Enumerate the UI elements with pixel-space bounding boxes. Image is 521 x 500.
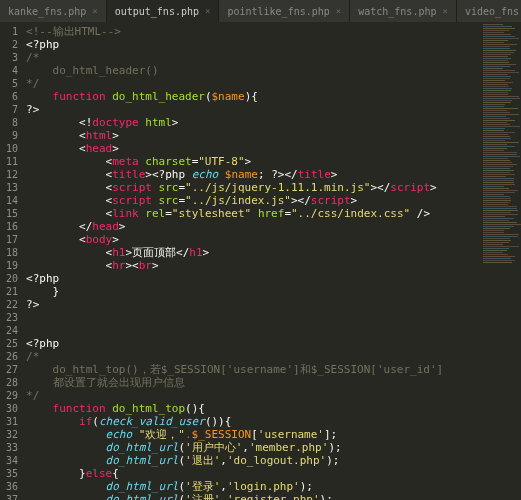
code-line[interactable]: function do_html_header($name){ — [26, 90, 481, 103]
minimap-line — [483, 60, 508, 61]
code-line[interactable]: 都设置了就会出现用户信息 — [26, 376, 481, 389]
close-icon[interactable]: × — [336, 6, 341, 16]
code-line[interactable]: function do_html_top(){ — [26, 402, 481, 415]
line-number: 7 — [6, 103, 18, 116]
minimap-line — [483, 40, 508, 41]
minimap[interactable] — [481, 22, 521, 500]
code-line[interactable]: do_html_url('退出','do_logout.php'); — [26, 454, 481, 467]
code-line[interactable]: */ — [26, 389, 481, 402]
minimap-line — [483, 30, 509, 31]
line-number: 6 — [6, 90, 18, 103]
code-line[interactable]: if(check_valid_user()){ — [26, 415, 481, 428]
code-line[interactable]: do_html_url('注册','register.php'); — [26, 493, 481, 500]
line-number: 31 — [6, 415, 18, 428]
code-line[interactable]: <?php — [26, 272, 481, 285]
minimap-line — [483, 172, 510, 173]
minimap-line — [483, 62, 509, 63]
tab-kanke_fns-php[interactable]: kanke_fns.php× — [0, 0, 107, 22]
code-line[interactable]: <link rel="stylesheet" href="../css/inde… — [26, 207, 481, 220]
code-line[interactable]: <!doctype html> — [26, 116, 481, 129]
minimap-line — [483, 246, 519, 247]
code-line[interactable]: ?> — [26, 103, 481, 116]
minimap-line — [483, 160, 510, 161]
tab-watch_fns-php[interactable]: watch_fns.php× — [350, 0, 457, 22]
code-line[interactable]: do_html_url('登录','login.php'); — [26, 480, 481, 493]
minimap-line — [483, 58, 511, 59]
code-line[interactable]: <h1>页面顶部</h1> — [26, 246, 481, 259]
code-line[interactable]: <body> — [26, 233, 481, 246]
line-number: 5 — [6, 77, 18, 90]
line-number: 34 — [6, 454, 18, 467]
code-line[interactable]: ?> — [26, 298, 481, 311]
minimap-line — [483, 144, 507, 145]
code-line[interactable]: do_html_url('用户中心','member.php'); — [26, 441, 481, 454]
line-number: 18 — [6, 246, 18, 259]
code-line[interactable]: <html> — [26, 129, 481, 142]
code-line[interactable]: }else{ — [26, 467, 481, 480]
minimap-line — [483, 150, 504, 151]
code-line[interactable]: <script src="../js/index.js"></script> — [26, 194, 481, 207]
tab-label: kanke_fns.php — [8, 6, 86, 17]
close-icon[interactable]: × — [442, 6, 447, 16]
code-line[interactable]: <?php — [26, 38, 481, 51]
close-icon[interactable]: × — [92, 6, 97, 16]
code-line[interactable]: */ — [26, 77, 481, 90]
code-line[interactable]: <?php — [26, 337, 481, 350]
minimap-line — [483, 124, 510, 125]
line-number: 37 — [6, 493, 18, 500]
code-area[interactable]: <!--输出HTML--><?php/* do_html_header()*/ … — [26, 22, 481, 500]
minimap-line — [483, 114, 519, 115]
tab-video_fns-php[interactable]: video_fns.php× — [457, 0, 521, 22]
minimap-line — [483, 194, 504, 195]
code-line[interactable]: <script src="../js/jquery-1.11.1.min.js"… — [26, 181, 481, 194]
line-number: 19 — [6, 259, 18, 272]
code-line[interactable] — [26, 311, 481, 324]
code-line[interactable] — [26, 324, 481, 337]
minimap-line — [483, 166, 513, 167]
minimap-line — [483, 222, 517, 223]
minimap-line — [483, 156, 520, 157]
code-line[interactable]: echo "欢迎，".$_SESSION['username']; — [26, 428, 481, 441]
minimap-line — [483, 86, 509, 87]
code-line[interactable]: </head> — [26, 220, 481, 233]
code-line[interactable]: <hr><br> — [26, 259, 481, 272]
close-icon[interactable]: × — [205, 6, 210, 16]
line-number: 9 — [6, 129, 18, 142]
minimap-line — [483, 224, 521, 225]
line-number: 26 — [6, 350, 18, 363]
minimap-line — [483, 182, 514, 183]
minimap-line — [483, 230, 504, 231]
tab-pointlike_fns-php[interactable]: pointlike_fns.php× — [219, 0, 350, 22]
line-number: 27 — [6, 363, 18, 376]
minimap-line — [483, 104, 505, 105]
minimap-line — [483, 116, 506, 117]
code-line[interactable]: do_html_top()，若$_SESSION['username']和$_S… — [26, 363, 481, 376]
minimap-line — [483, 74, 508, 75]
minimap-line — [483, 220, 509, 221]
minimap-line — [483, 252, 503, 253]
line-number: 1 — [6, 25, 18, 38]
minimap-line — [483, 78, 510, 79]
minimap-line — [483, 200, 511, 201]
minimap-line — [483, 210, 518, 211]
minimap-line — [483, 132, 515, 133]
code-line[interactable]: <title><?php echo $name; ?></title> — [26, 168, 481, 181]
minimap-line — [483, 100, 512, 101]
code-line[interactable]: <!--输出HTML--> — [26, 25, 481, 38]
minimap-line — [483, 138, 511, 139]
code-line[interactable]: <meta charset="UTF-8"> — [26, 155, 481, 168]
line-number: 30 — [6, 402, 18, 415]
line-number: 16 — [6, 220, 18, 233]
code-line[interactable]: } — [26, 285, 481, 298]
minimap-line — [483, 88, 512, 89]
minimap-line — [483, 192, 515, 193]
code-line[interactable]: /* — [26, 350, 481, 363]
minimap-line — [483, 164, 517, 165]
code-line[interactable]: <head> — [26, 142, 481, 155]
minimap-line — [483, 110, 507, 111]
line-number: 12 — [6, 168, 18, 181]
code-line[interactable]: do_html_header() — [26, 64, 481, 77]
minimap-line — [483, 242, 509, 243]
code-line[interactable]: /* — [26, 51, 481, 64]
tab-output_fns-php[interactable]: output_fns.php× — [107, 0, 220, 22]
